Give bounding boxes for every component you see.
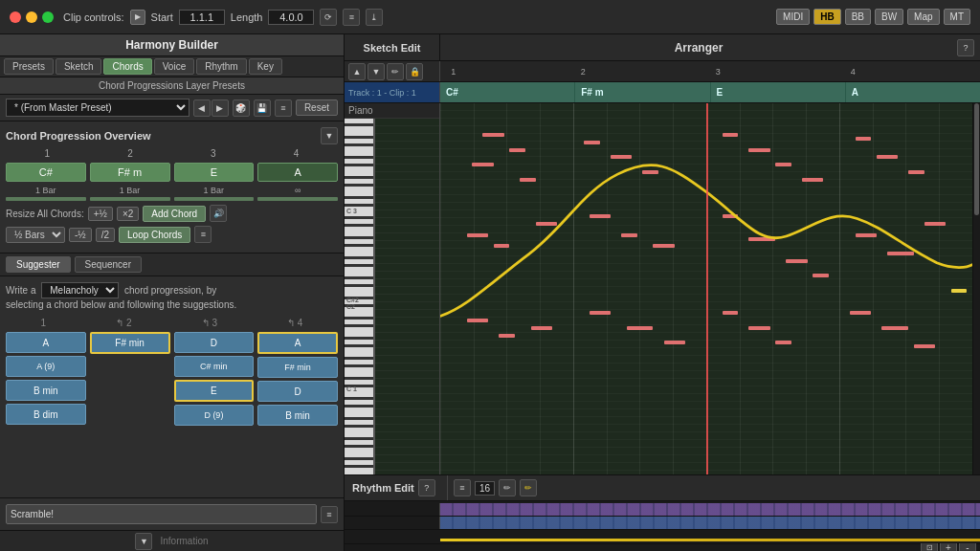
tab-rhythm[interactable]: Rhythm [196,58,246,75]
col-num-2: ↰ 2 [116,318,131,328]
midi-button[interactable]: MIDI [776,9,810,25]
up-arrow-btn[interactable]: ▲ [348,63,366,80]
length-input[interactable] [268,10,314,25]
plus-half-btn[interactable]: +½ [88,207,113,221]
minimize-button[interactable] [26,11,37,23]
chord-cell-a[interactable]: A [6,332,86,353]
tab-chords[interactable]: Chords [103,58,151,75]
beat-count[interactable]: 16 [475,481,495,496]
times-two-btn[interactable]: ×2 [117,207,139,221]
rhythm-erase-btn[interactable]: ✏ [520,479,537,496]
tab-presets[interactable]: Presets [4,58,54,75]
note [748,148,769,152]
tab-voice[interactable]: Voice [154,58,194,75]
save-preset-btn[interactable]: 💾 [254,99,271,117]
random-preset-btn[interactable]: 🎲 [233,99,250,117]
chord-cell-fshmin2[interactable]: F# min [257,357,338,378]
settings-icon[interactable]: ≡ [343,9,360,26]
minus-half-btn[interactable]: -½ [69,228,92,242]
chord-cell-a9[interactable]: A (9) [6,356,86,377]
tab-sketch[interactable]: Sketch [56,58,102,75]
chord-box-4[interactable]: A [257,163,338,182]
chord-block-cs[interactable]: C# [440,82,575,102]
chord-col-1: A A (9) B min B dim [6,332,86,492]
div-two-btn[interactable]: /2 [96,228,115,242]
chord-cell-empty3 [90,405,170,426]
chord-cell-bdim[interactable]: B dim [6,404,86,425]
lock-btn[interactable]: 🔒 [406,63,423,80]
list-icon[interactable]: ≡ [194,226,212,243]
volume-icon[interactable]: 🔊 [210,205,227,222]
close-button[interactable] [10,11,21,23]
sub-tab-sequencer[interactable]: Sequencer [75,256,142,273]
chord-block-e[interactable]: E [711,82,846,102]
note [664,341,685,344]
chord-box-2[interactable]: F# m [90,163,170,182]
chord-numbers-row: 1 2 3 4 [6,148,338,159]
note [467,319,488,322]
arranger-ruler: 1 2 3 4 [440,61,980,81]
chord-cell-cshmin[interactable]: C# min [174,356,255,377]
chord-cell-d[interactable]: D [174,332,255,353]
suggester-description: Write a Melancholy chord progression, by… [6,282,338,312]
note [850,311,871,315]
rhythm-tracks [345,501,980,543]
export-icon[interactable]: ⤓ [366,9,383,26]
chord-cell-a2[interactable]: A [257,332,338,354]
rhythm-menu-btn[interactable]: ≡ [454,479,471,496]
note [467,233,488,237]
menu-preset-btn[interactable]: ≡ [275,99,292,117]
info-arrow-btn[interactable]: ▼ [135,533,152,550]
chord-bar-1: 1 Bar [6,186,86,201]
bw-button[interactable]: BW [875,9,903,25]
loop-chords-btn[interactable]: Loop Chords [119,227,190,243]
preset-select[interactable]: * (From Master Preset) [6,99,189,117]
arranger-help-btn[interactable]: ? [957,39,974,56]
chord-cell-empty1 [90,357,170,378]
resize-row-2: ½ Bars -½ /2 Loop Chords ≡ [6,226,338,243]
vertical-scrollbar[interactable] [972,103,980,474]
scramble-menu-btn[interactable]: ≡ [321,506,338,523]
chord-cell-d9[interactable]: D (9) [174,405,255,426]
tab-key[interactable]: Key [249,58,282,75]
chord-box-1[interactable]: C# [6,163,86,182]
rhythm-track-2 [345,517,980,530]
chord-cell-bmin2[interactable]: B min [257,405,338,426]
chord-cell-d2[interactable]: D [257,381,338,402]
next-preset-btn[interactable]: ▶ [212,99,229,117]
pencil-btn[interactable]: ✏ [387,63,404,80]
bb-button[interactable]: BB [845,9,871,25]
chord-box-3[interactable]: E [174,163,255,182]
bars-dropdown[interactable]: ½ Bars [6,227,65,243]
add-chord-btn[interactable]: Add Chord [143,206,206,222]
mt-button[interactable]: MT [944,9,970,25]
start-input[interactable] [179,10,225,25]
scramble-button[interactable]: Scramble! [6,504,317,524]
hb-button[interactable]: HB [813,9,840,25]
chord-grid: A A (9) B min B dim F# min D C# min E [6,332,338,492]
prev-preset-btn[interactable]: ◀ [193,99,211,117]
map-button[interactable]: Map [907,9,939,25]
rhythm-help-btn[interactable]: ? [418,479,435,496]
maximize-button[interactable] [42,11,54,23]
sub-tab-suggester[interactable]: Suggester [6,256,71,273]
chord-block-fshm[interactable]: F# m [575,82,710,102]
chord-bars-row: 1 Bar 1 Bar 1 Bar ∞ [6,186,338,201]
mood-select[interactable]: Melancholy [41,282,119,298]
loop-icon[interactable]: ⟳ [320,9,337,26]
down-arrow-btn[interactable]: ▼ [368,63,385,80]
play-button[interactable]: ▶ [130,10,145,25]
reset-button[interactable]: Reset [296,99,338,116]
clip-controls: Clip controls: ▶ Start Length ⟳ ≡ ⤓ [63,9,383,26]
rhythm-pencil-btn[interactable]: ✏ [499,479,516,496]
chord-cell-e[interactable]: E [174,380,255,402]
chord-block-a[interactable]: A [846,82,980,102]
main-content: Harmony Builder Presets Sketch Chords Vo… [0,34,980,551]
chord-cell-bmin[interactable]: B min [6,380,86,401]
chord-cell-fshmin[interactable]: F# min [90,332,170,354]
sub-tabs-row: Suggester Sequencer [0,253,344,276]
overview-menu-btn[interactable]: ▼ [321,127,338,144]
col-num-1: 1 [41,318,47,328]
horizontal-scrollbar[interactable]: ⊡ + - [345,543,980,551]
start-label: Start [151,11,173,23]
